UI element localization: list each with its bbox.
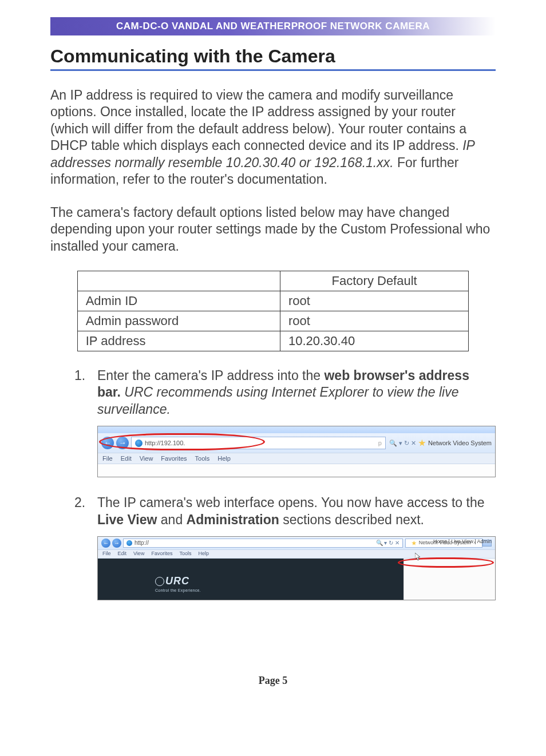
section-heading: Communicating with the Camera <box>50 46 496 71</box>
menu-edit[interactable]: Edit <box>121 454 132 462</box>
menu-help[interactable]: Help <box>217 454 231 462</box>
steps-list: Enter the camera's IP address into the w… <box>50 367 496 600</box>
menu-favorites[interactable]: Favorites <box>151 551 172 557</box>
table-row: Admin ID root <box>77 291 469 311</box>
urc-logo-tagline: Control the Experience. <box>155 588 201 593</box>
camera-nav-links[interactable]: Home | Live View | Admin <box>433 539 492 545</box>
menu-edit[interactable]: Edit <box>118 551 127 557</box>
step2-text-b: sections described next. <box>279 512 424 527</box>
step1-text-a: Enter the camera's IP address into the <box>97 368 324 383</box>
address-url-text: http://192.100. <box>145 439 185 447</box>
page-footer: Page 5 <box>50 675 496 687</box>
intro-paragraph-1: An IP address is required to view the ca… <box>50 87 496 188</box>
table-header-row: Factory Default <box>77 271 469 291</box>
step2-text-mid: and <box>157 512 186 527</box>
factory-defaults-table: Factory Default Admin ID root Admin pass… <box>77 271 469 351</box>
menu-favorites[interactable]: Favorites <box>161 454 187 462</box>
address-bar[interactable]: http://192.100. p <box>131 437 386 449</box>
table-row: IP address 10.20.30.40 <box>77 331 469 351</box>
table-cell-label: Admin password <box>77 311 280 331</box>
globe-icon <box>155 577 164 586</box>
forward-button[interactable]: → <box>112 539 121 548</box>
urc-logo: URC Control the Experience. <box>155 575 201 593</box>
step-1: Enter the camera's IP address into the w… <box>74 367 496 477</box>
mouse-cursor-icon <box>415 548 421 556</box>
camera-webui: URC Control the Experience. Home | Live … <box>98 559 495 600</box>
address-autocomplete-hint: p <box>378 439 382 447</box>
step2-text-a: The IP camera's web interface opens. You… <box>97 495 485 510</box>
table-cell-label: Admin ID <box>77 291 280 311</box>
forward-button[interactable]: → <box>116 437 129 449</box>
address-right-controls: 🔍 ▾ ↻ ✕ Network Video System <box>389 439 492 447</box>
browser2-menu-bar: File Edit View Favorites Tools Help <box>98 549 495 559</box>
menu-file[interactable]: File <box>102 454 113 462</box>
step2-strong-liveview: Live View <box>97 512 157 527</box>
browser-menu-bar: File Edit View Favorites Tools Help <box>98 453 495 464</box>
camera-webui-right-panel: Home | Live View | Admin <box>403 559 495 600</box>
search-refresh-stop-icons[interactable]: 🔍 ▾ ↻ ✕ <box>376 540 399 547</box>
browser2-address-bar[interactable]: http:// 🔍 ▾ ↻ ✕ <box>123 539 403 548</box>
menu-view[interactable]: View <box>140 454 153 462</box>
camera-webui-header: URC Control the Experience. <box>98 559 403 600</box>
browser-content-blank <box>98 464 495 477</box>
doc-header-banner: CAM-DC-O VANDAL AND WEATHERPROOF NETWORK… <box>50 17 496 35</box>
favorites-star-icon <box>412 541 417 546</box>
table-row: Admin password root <box>77 311 469 331</box>
menu-tools[interactable]: Tools <box>195 454 210 462</box>
menu-view[interactable]: View <box>133 551 144 557</box>
menu-tools[interactable]: Tools <box>179 551 191 557</box>
browser-screenshot-2: ← → http:// 🔍 ▾ ↻ ✕ Network Video System… <box>97 536 496 600</box>
browser-screenshot-1: ← → http://192.100. p 🔍 ▾ ↻ ✕ Network Vi… <box>97 426 496 477</box>
ie-favicon-icon <box>126 540 132 546</box>
favorites-star-icon[interactable] <box>418 440 426 447</box>
menu-help[interactable]: Help <box>198 551 209 557</box>
back-button[interactable]: ← <box>101 437 114 449</box>
ie-favicon-icon <box>135 440 143 447</box>
step-2: The IP camera's web interface opens. You… <box>74 494 496 600</box>
table-header-default: Factory Default <box>280 271 468 291</box>
menu-file[interactable]: File <box>102 551 111 557</box>
table-cell-value: 10.20.30.40 <box>280 331 468 351</box>
step1-italic: URC recommends using Internet Explorer t… <box>97 385 459 416</box>
browser-titlebar <box>98 426 495 433</box>
search-refresh-stop-icons[interactable]: 🔍 ▾ ↻ ✕ <box>389 439 416 447</box>
table-cell-value: root <box>280 311 468 331</box>
back-button[interactable]: ← <box>101 539 110 548</box>
urc-logo-text: URC <box>165 575 189 587</box>
para1-text-a: An IP address is required to view the ca… <box>50 88 466 153</box>
browser2-url-text: http:// <box>134 540 149 547</box>
intro-paragraph-2: The camera's factory default options lis… <box>50 204 496 255</box>
table-cell-label: IP address <box>77 331 280 351</box>
step2-strong-admin: Administration <box>187 512 279 527</box>
table-cell-value: root <box>280 291 468 311</box>
browser-tab-title: Network Video System <box>428 439 492 447</box>
table-header-blank <box>77 271 280 291</box>
browser-address-row: ← → http://192.100. p 🔍 ▾ ↻ ✕ Network Vi… <box>98 433 495 453</box>
